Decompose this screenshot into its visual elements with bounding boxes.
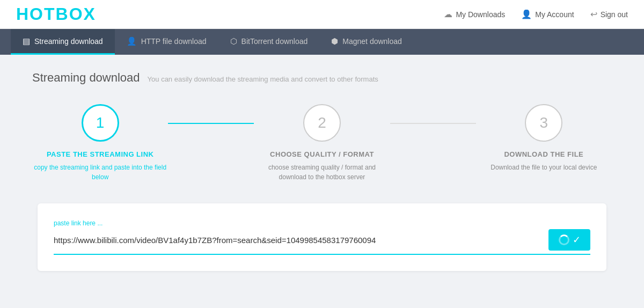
header: HOTBOX ☁ My Downloads 👤 My Account ↩ Sig… [0, 0, 644, 29]
sign-out-link[interactable]: ↩ Sign out [590, 9, 628, 19]
step-2-circle: 2 [303, 104, 341, 142]
step-1-number: 1 [96, 114, 105, 131]
spinner-icon [559, 234, 569, 245]
step-3: 3 DOWNLOAD THE FILE Download the file to… [476, 104, 612, 172]
page-title-row: Streaming download You can easily downlo… [32, 71, 612, 85]
url-placeholder-label: paste link here ... [54, 219, 590, 227]
tab-streaming[interactable]: ▤ Streaming download [11, 29, 115, 55]
step-2-desc: choose streaming quality / format and do… [254, 163, 390, 182]
step-3-circle: 3 [525, 104, 562, 142]
steps-container: 1 PASTE THE STREAMING LINK copy the stre… [32, 104, 612, 182]
step-2-title: CHOOSE QUALITY / FORMAT [270, 150, 374, 158]
logo: HOTBOX [16, 4, 96, 24]
header-nav: ☁ My Downloads 👤 My Account ↩ Sign out [444, 9, 628, 19]
url-submit-button[interactable]: ✓ [548, 229, 590, 251]
step-1-title: PASTE THE STREAMING LINK [47, 150, 154, 158]
my-account-label: My Account [535, 10, 574, 19]
url-card: paste link here ... ✓ [38, 203, 606, 271]
streaming-tab-icon: ▤ [23, 36, 30, 46]
url-input[interactable] [54, 232, 543, 248]
my-downloads-link[interactable]: ☁ My Downloads [444, 9, 505, 19]
my-downloads-label: My Downloads [456, 10, 505, 19]
url-input-row: ✓ [54, 229, 590, 255]
tab-bar: ▤ Streaming download 👤 HTTP file downloa… [0, 29, 644, 55]
step-3-number: 3 [540, 114, 548, 131]
tab-http[interactable]: 👤 HTTP file download [115, 29, 218, 55]
step-1-desc: copy the streaming link and paste into t… [32, 163, 168, 182]
tab-http-label: HTTP file download [141, 37, 207, 46]
account-icon: 👤 [521, 9, 532, 19]
http-tab-icon: 👤 [127, 36, 137, 46]
step-2: 2 CHOOSE QUALITY / FORMAT choose streami… [254, 104, 390, 182]
step-3-desc: Download the file to your local device [491, 163, 597, 172]
step-1: 1 PASTE THE STREAMING LINK copy the stre… [32, 104, 168, 182]
bittorrent-tab-icon: ⬡ [230, 36, 237, 46]
step-2-number: 2 [318, 114, 326, 131]
step-1-circle: 1 [82, 104, 119, 142]
main-content: Streaming download You can easily downlo… [0, 55, 644, 287]
step-3-title: DOWNLOAD THE FILE [504, 150, 583, 158]
page-title: Streaming download [32, 71, 140, 85]
magnet-tab-icon: ⬢ [331, 36, 338, 46]
download-icon: ☁ [444, 9, 452, 19]
tab-magnet[interactable]: ⬢ Magnet download [319, 29, 414, 55]
tab-streaming-label: Streaming download [34, 37, 103, 46]
tab-magnet-label: Magnet download [342, 37, 402, 46]
signout-icon: ↩ [590, 9, 597, 19]
sign-out-label: Sign out [601, 10, 628, 19]
page-subtitle: You can easily download the streaming me… [148, 75, 378, 83]
connector-1 [168, 123, 254, 124]
check-icon: ✓ [573, 234, 581, 246]
tab-bittorrent-label: BitTorrent download [241, 37, 308, 46]
my-account-link[interactable]: 👤 My Account [521, 9, 574, 19]
tab-bittorrent[interactable]: ⬡ BitTorrent download [218, 29, 320, 55]
connector-2 [390, 123, 476, 124]
